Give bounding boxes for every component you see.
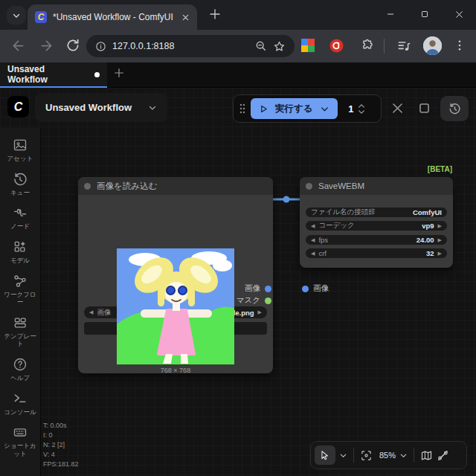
image-preview[interactable]: [117, 248, 234, 364]
run-button[interactable]: 実行する: [251, 98, 338, 119]
tool-dropdown-chevron[interactable]: [339, 451, 347, 460]
arrow-left-icon[interactable]: ◀: [311, 237, 315, 243]
sidebar-item-nodes[interactable]: ノード: [0, 205, 41, 231]
tab-search-button[interactable]: [7, 6, 26, 25]
back-button[interactable]: [10, 38, 26, 54]
widget-codec[interactable]: ◀ コーデック vp9 ▶: [306, 221, 447, 231]
sidebar-label: コンソール: [1, 408, 38, 416]
batch-count-value: 1: [348, 103, 353, 115]
google-extension-icon[interactable]: [301, 39, 315, 52]
node-header[interactable]: 画像を読み込む: [78, 177, 273, 195]
templates-icon: [13, 315, 28, 330]
arrow-right-icon[interactable]: ▶: [438, 237, 442, 243]
preview-drawing: [117, 248, 234, 364]
input-slot-image[interactable]: 画像: [302, 283, 329, 295]
collapse-dot[interactable]: [84, 183, 91, 190]
red-extension-icon[interactable]: [329, 39, 344, 53]
site-info-icon[interactable]: [95, 41, 106, 52]
new-tab-button[interactable]: [208, 7, 222, 21]
sidebar-item-queue[interactable]: キュー: [0, 172, 41, 197]
node-save-webm[interactable]: SaveWEBM 画像 ファイル名の接頭辞 ComfyUI ◀ コーデック vp…: [300, 177, 453, 268]
plus-icon: [208, 7, 222, 21]
arrow-right-icon[interactable]: ▶: [258, 309, 262, 315]
arrow-left-icon[interactable]: ◀: [311, 223, 315, 229]
workflow-selector[interactable]: Unsaved Workflow: [35, 93, 167, 122]
arrow-left-icon[interactable]: ◀: [89, 309, 93, 315]
sidebar-item-workflows[interactable]: ワークフロー: [0, 274, 41, 306]
history-button[interactable]: [440, 96, 469, 121]
map-icon: [420, 449, 433, 462]
batch-count-stepper[interactable]: 1: [338, 103, 376, 115]
select-tool-button[interactable]: [315, 446, 335, 465]
zoom-dropdown-chevron[interactable]: [399, 451, 408, 460]
sidebar-label: アセット: [5, 155, 36, 163]
output-slot-mask[interactable]: マスク: [237, 295, 271, 306]
stop-button[interactable]: [417, 101, 431, 115]
node-title: 画像を読み込む: [97, 181, 157, 192]
workflow-tab-active[interactable]: Unsaved Workflow: [0, 62, 107, 88]
arrow-right-icon[interactable]: ▶: [438, 251, 442, 257]
side-panel-icon[interactable]: [396, 39, 411, 54]
sidebar-item-help[interactable]: ヘルプ: [0, 357, 41, 382]
window-controls: [373, 0, 476, 28]
link-midpoint-dot[interactable]: [283, 196, 290, 203]
toolbar-divider: [384, 39, 385, 54]
stat-time: T: 0.00s: [43, 421, 79, 431]
output-port-image[interactable]: [265, 286, 271, 292]
widget-value: vp9: [422, 222, 434, 230]
chevron-down-icon[interactable]: [320, 104, 329, 114]
output-slot-image[interactable]: 画像: [245, 283, 271, 295]
node-load-image[interactable]: 画像を読み込む 画像 マスク ◀ 画像 example.png ▶ アップロード…: [78, 177, 273, 373]
reload-button[interactable]: [65, 38, 80, 53]
minimap-toggle-button[interactable]: [420, 449, 433, 462]
stepper-arrows[interactable]: [358, 103, 365, 115]
window-minimize-button[interactable]: [373, 0, 408, 28]
widget-filename-prefix[interactable]: ファイル名の接頭辞 ComfyUI: [306, 208, 447, 217]
toggle-link-visibility-button[interactable]: [437, 449, 449, 462]
tab-close-icon[interactable]: [181, 13, 190, 22]
new-workflow-button[interactable]: [113, 67, 125, 79]
sidebar-item-assets[interactable]: アセット: [0, 138, 41, 163]
zoom-out-icon[interactable]: [255, 40, 267, 52]
arrow-left-icon[interactable]: ◀: [311, 251, 315, 257]
beta-badge: [BETA]: [402, 165, 452, 173]
browser-toolbar: 127.0.0.1:8188: [0, 30, 476, 62]
unsaved-dot-indicator: [94, 72, 100, 77]
sidebar-item-console[interactable]: コンソール: [0, 391, 41, 416]
widget-fps[interactable]: ◀ fps 24.00 ▶: [306, 235, 447, 245]
browser-menu-icon[interactable]: [453, 39, 466, 52]
widget-value: 32: [426, 249, 434, 257]
browser-tab[interactable]: C *Unsaved Workflow - ComfyUI: [28, 4, 197, 30]
graph-canvas[interactable]: C Unsaved Workflow 実行する 1: [0, 88, 476, 476]
widget-crf[interactable]: ◀ crf 32 ▶: [306, 248, 447, 258]
fit-view-icon: [360, 449, 373, 462]
window-maximize-button[interactable]: [408, 0, 442, 28]
drag-handle-icon[interactable]: [239, 103, 246, 115]
window-close-button[interactable]: [442, 0, 476, 28]
node-title: SaveWEBM: [318, 181, 364, 190]
cancel-run-button[interactable]: [390, 101, 405, 115]
forward-button[interactable]: [39, 38, 54, 54]
input-port-image[interactable]: [302, 286, 309, 292]
sidebar-item-shortcuts[interactable]: ショートカット: [0, 425, 41, 457]
play-icon: [259, 104, 268, 114]
sidebar-item-models[interactable]: モデル: [0, 239, 41, 265]
collapse-dot[interactable]: [306, 183, 312, 190]
shortcuts-icon: [13, 425, 28, 440]
sidebar-item-templates[interactable]: テンプレート: [0, 315, 41, 348]
address-bar[interactable]: 127.0.0.1:8188: [86, 35, 295, 57]
plus-icon: [113, 67, 125, 79]
arrow-right-icon[interactable]: ▶: [438, 223, 442, 229]
stat-version: V: 4: [43, 450, 79, 460]
extensions-puzzle-icon[interactable]: [361, 39, 375, 53]
sidebar-label: ノード: [8, 222, 32, 231]
browser-tab-title: *Unsaved Workflow - ComfyUI: [53, 12, 176, 22]
fit-view-button[interactable]: [360, 449, 373, 462]
profile-avatar[interactable]: [423, 36, 442, 55]
node-header[interactable]: SaveWEBM: [300, 177, 453, 195]
output-port-mask[interactable]: [265, 298, 271, 304]
url-text[interactable]: 127.0.0.1:8188: [112, 41, 249, 51]
zoom-level-label[interactable]: 85%: [379, 451, 396, 460]
cursor-icon: [320, 450, 330, 460]
bookmark-star-icon[interactable]: [273, 40, 286, 53]
